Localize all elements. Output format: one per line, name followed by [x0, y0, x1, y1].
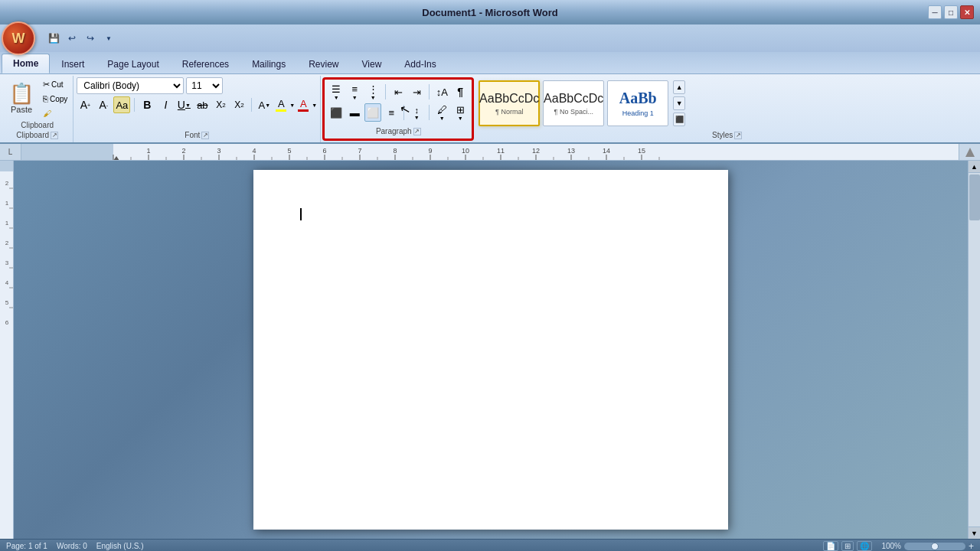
paste-label: Paste — [11, 105, 32, 114]
paragraph-expand-icon[interactable]: ↗ — [413, 128, 421, 135]
decrease-indent-button[interactable]: ⇤ — [390, 83, 407, 101]
svg-text:5: 5 — [5, 299, 9, 306]
zoom-in-btn[interactable]: + — [969, 541, 974, 552]
underline-dropdown-arrow[interactable]: ▼ — [185, 103, 191, 108]
strikethrough-button[interactable]: ab — [194, 96, 211, 113]
highlight-color-bar — [276, 109, 286, 112]
highlight-dropdown-arrow[interactable]: ▼ — [289, 103, 295, 108]
superscript-button[interactable]: X2 — [230, 96, 247, 113]
heading1-style-preview[interactable]: AaBb Heading 1 — [607, 80, 668, 126]
paragraph-group: ☰▼ ≡▼ ⋮▼ ⇤ ⇥ ↕A ¶ ⬛ ▬ ⬜ ≡ ↕▼ 🖊▼ ⊞▼ Parag… — [322, 77, 474, 141]
nospacing-style-preview[interactable]: AaBbCcDc ¶ No Spaci... — [543, 80, 604, 126]
font-color-button[interactable]: A — [296, 96, 310, 113]
multilevel-list-button[interactable]: ⋮▼ — [364, 83, 381, 101]
svg-text:5: 5 — [287, 147, 291, 155]
show-formatting-button[interactable]: ¶ — [452, 83, 469, 101]
office-button[interactable]: W — [2, 21, 35, 55]
clipboard-group: 📋 Paste ✂Cut ⎘Copy 🖌 Clipboard Clipboard… — [2, 76, 74, 142]
clipboard-expand-icon[interactable]: ↗ — [51, 132, 58, 139]
view-web-btn[interactable]: 🌐 — [857, 541, 872, 551]
office-logo-icon: W — [12, 31, 25, 47]
svg-text:14: 14 — [603, 147, 610, 155]
tab-home[interactable]: Home — [2, 54, 50, 73]
font-expand-icon[interactable]: ↗ — [201, 132, 209, 139]
subscript-button[interactable]: X2 — [212, 96, 229, 113]
svg-text:9: 9 — [428, 147, 432, 155]
ruler-scale: 1 2 3 4 5 6 7 8 9 10 11 12 13 1 — [21, 144, 980, 160]
ruler-corner[interactable]: L — [0, 144, 21, 161]
tab-references[interactable]: References — [171, 54, 240, 73]
paste-button[interactable]: 📋 Paste — [5, 77, 38, 120]
justify-button[interactable]: ≡ — [383, 103, 400, 122]
view-fullscreen-btn[interactable]: ⊞ — [841, 541, 854, 551]
zoom-slider[interactable] — [904, 543, 965, 550]
font-name-select[interactable]: Calibri (Body) — [77, 77, 184, 94]
fontcolor-dropdown-arrow[interactable]: ▼ — [312, 103, 317, 108]
tab-view[interactable]: View — [351, 54, 394, 73]
bold-button[interactable]: B — [139, 96, 155, 113]
scroll-up-button[interactable]: ▲ — [969, 161, 981, 173]
change-case-button[interactable]: Aa — [113, 96, 130, 113]
view-print-btn[interactable]: 📄 — [823, 541, 838, 551]
svg-text:2: 2 — [5, 180, 9, 187]
styles-scroll-up[interactable]: ▲ — [673, 80, 685, 94]
text-effects-button[interactable]: A▼ — [256, 96, 273, 113]
scroll-thumb[interactable] — [969, 174, 980, 220]
nospacing-style-label: ¶ No Spaci... — [554, 108, 593, 116]
svg-text:8: 8 — [393, 147, 397, 155]
font-grow-button[interactable]: A+ — [77, 96, 93, 113]
text-cursor — [300, 208, 302, 220]
styles-more-button[interactable]: ⬛ — [673, 112, 685, 126]
font-group-label: Font — [185, 131, 200, 139]
align-left-button[interactable]: ⬛ — [328, 103, 345, 122]
increase-indent-button[interactable]: ⇥ — [408, 83, 425, 101]
align-center-button[interactable]: ▬ — [346, 103, 363, 122]
quick-access-toolbar: 💾 ↩ ↪ ▼ — [46, 31, 116, 46]
underline-button[interactable]: U▼ — [175, 96, 192, 113]
paragraph-group-label: Paragraph — [376, 127, 412, 135]
numbering-button[interactable]: ≡▼ — [346, 83, 363, 101]
font-shrink-button[interactable]: A- — [95, 96, 112, 113]
minimize-btn[interactable]: ─ — [928, 5, 942, 19]
shading-button[interactable]: 🖊▼ — [433, 103, 450, 122]
scroll-down-button[interactable]: ▼ — [969, 527, 981, 539]
styles-expand-icon[interactable]: ↗ — [734, 132, 742, 139]
undo-qa-btn[interactable]: ↩ — [64, 31, 80, 46]
align-right-button[interactable]: ⬜ — [364, 103, 381, 122]
paste-icon: 📋 — [9, 83, 34, 103]
tab-insert[interactable]: Insert — [50, 54, 96, 73]
bullets-button[interactable]: ☰▼ — [328, 83, 345, 101]
format-painter-button[interactable]: 🖌 — [41, 107, 70, 119]
normal-style-preview[interactable]: AaBbCcDc ¶ Normal — [479, 80, 540, 126]
restore-btn[interactable]: □ — [944, 5, 958, 19]
close-btn[interactable]: ✕ — [960, 5, 974, 19]
line-spacing-button[interactable]: ↕▼ — [408, 103, 425, 122]
nospacing-style-text: AaBbCcDc — [544, 92, 603, 106]
redo-qa-btn[interactable]: ↪ — [83, 31, 98, 46]
font-color-bar — [298, 109, 309, 112]
tab-mailings[interactable]: Mailings — [240, 54, 297, 73]
copy-button[interactable]: ⎘Copy — [41, 93, 70, 105]
save-qa-btn[interactable]: 💾 — [46, 31, 61, 46]
highlight-color-button[interactable]: A — [274, 96, 288, 113]
styles-scroll-down[interactable]: ▼ — [673, 96, 685, 110]
page-container — [14, 161, 968, 539]
italic-button[interactable]: I — [157, 96, 174, 113]
vertical-scrollbar[interactable]: ▲ ▼ — [968, 161, 980, 539]
clipboard-group-label: Clipboard — [5, 120, 70, 131]
svg-marker-48 — [965, 148, 975, 157]
borders-button[interactable]: ⊞▼ — [452, 103, 469, 122]
cut-button[interactable]: ✂Cut — [41, 78, 70, 91]
sort-button[interactable]: ↕A — [433, 83, 450, 101]
svg-text:4: 4 — [252, 147, 256, 155]
qa-dropdown-btn[interactable]: ▼ — [101, 31, 116, 46]
document-page[interactable] — [253, 170, 728, 530]
font-size-select[interactable]: 11 — [186, 77, 223, 94]
tab-pagelayout[interactable]: Page Layout — [96, 54, 170, 73]
svg-text:11: 11 — [497, 147, 505, 155]
tab-addins[interactable]: Add-Ins — [393, 54, 447, 73]
tab-review[interactable]: Review — [297, 54, 350, 73]
svg-text:3: 3 — [217, 147, 220, 155]
styles-group-label: Styles — [712, 131, 733, 139]
styles-group: AaBbCcDc ¶ Normal AaBbCcDc ¶ No Spaci...… — [475, 76, 978, 142]
